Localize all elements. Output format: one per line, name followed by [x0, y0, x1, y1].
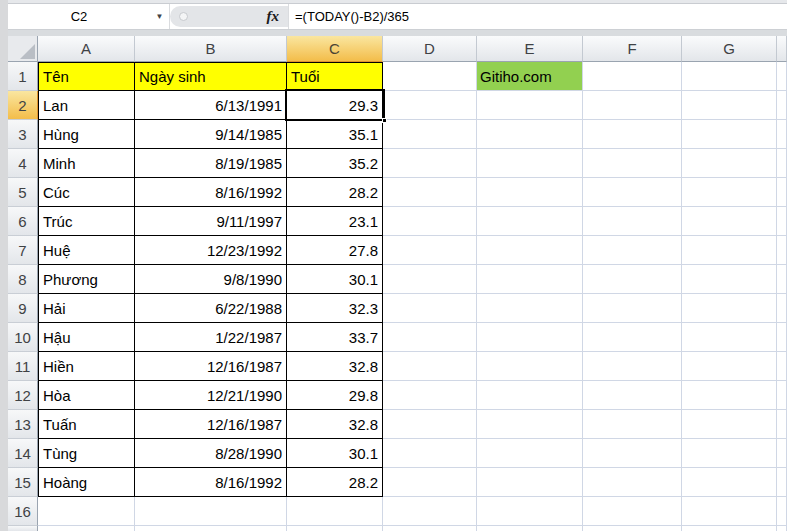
cell-empty[interactable] — [682, 62, 777, 91]
cell-empty[interactable] — [477, 120, 583, 149]
name-box[interactable]: C2 — [8, 4, 150, 29]
cell-birthdate[interactable]: 12/16/1987 — [135, 352, 287, 381]
cell-age[interactable]: 30.1 — [287, 265, 383, 294]
cell-age[interactable]: 35.1 — [287, 120, 383, 149]
cell-birthdate[interactable]: 9/8/1990 — [135, 265, 287, 294]
cell-birthdate[interactable]: 6/13/1991 — [135, 91, 287, 120]
cell-empty[interactable] — [383, 352, 477, 381]
header-cell-ngay-sinh[interactable]: Ngày sinh — [135, 62, 287, 91]
cell-empty[interactable] — [682, 294, 777, 323]
column-header-e[interactable]: E — [477, 36, 583, 62]
cell-empty[interactable] — [135, 497, 287, 526]
insert-function-icon[interactable]: fx — [267, 8, 280, 25]
row-header[interactable]: 4 — [8, 149, 38, 178]
cell-name[interactable]: Hùng — [38, 120, 135, 149]
cell-name[interactable]: Hải — [38, 294, 135, 323]
cell-birthdate[interactable]: 8/16/1992 — [135, 178, 287, 207]
cell-empty[interactable] — [583, 62, 682, 91]
cell-empty[interactable] — [583, 439, 682, 468]
cell-empty[interactable] — [583, 120, 682, 149]
name-box-dropdown-icon[interactable]: ▼ — [150, 4, 170, 29]
cell-birthdate[interactable]: 8/19/1985 — [135, 149, 287, 178]
cell-age[interactable]: 23.1 — [287, 207, 383, 236]
cell-empty[interactable] — [682, 323, 777, 352]
cell-empty[interactable] — [682, 352, 777, 381]
cell-empty[interactable] — [477, 207, 583, 236]
cell-empty[interactable] — [477, 468, 583, 497]
cell-empty[interactable] — [38, 497, 135, 526]
cell-empty[interactable] — [682, 381, 777, 410]
cell-empty[interactable] — [583, 381, 682, 410]
row-header[interactable]: 6 — [8, 207, 38, 236]
cell-empty[interactable] — [477, 265, 583, 294]
cell-empty[interactable] — [682, 410, 777, 439]
cell-empty[interactable] — [583, 410, 682, 439]
cell-empty[interactable] — [583, 352, 682, 381]
cell-birthdate[interactable]: 9/11/1997 — [135, 207, 287, 236]
row-header[interactable]: 10 — [8, 323, 38, 352]
row-header[interactable]: 7 — [8, 236, 38, 265]
column-header-b[interactable]: B — [135, 36, 287, 62]
column-header-d[interactable]: D — [383, 36, 477, 62]
cell-empty[interactable] — [682, 120, 777, 149]
cell-empty[interactable] — [477, 410, 583, 439]
cell-empty[interactable] — [383, 468, 477, 497]
formula-bar-gripper-icon[interactable] — [179, 12, 188, 21]
cell-name[interactable]: Lan — [38, 91, 135, 120]
cell-empty[interactable] — [477, 439, 583, 468]
cell-empty[interactable] — [383, 236, 477, 265]
cell-empty[interactable] — [477, 381, 583, 410]
column-header-c[interactable]: C — [287, 36, 383, 62]
cell-empty[interactable] — [383, 91, 477, 120]
row-header[interactable]: 16 — [8, 497, 38, 526]
cell-age[interactable]: 29.3 — [287, 91, 383, 120]
brand-cell[interactable]: Gitiho.com — [477, 62, 583, 91]
cell-age[interactable]: 32.3 — [287, 294, 383, 323]
header-cell-tuoi[interactable]: Tuổi — [287, 62, 383, 91]
cell-empty[interactable] — [477, 149, 583, 178]
cell-empty[interactable] — [383, 207, 477, 236]
cell-name[interactable]: Huệ — [38, 236, 135, 265]
column-header-a[interactable]: A — [38, 36, 135, 62]
cell-birthdate[interactable]: 12/16/1987 — [135, 410, 287, 439]
cell-empty[interactable] — [583, 236, 682, 265]
row-header[interactable]: 1 — [8, 62, 38, 91]
cell-empty[interactable] — [383, 497, 477, 526]
cell-empty[interactable] — [383, 149, 477, 178]
cell-birthdate[interactable]: 9/14/1985 — [135, 120, 287, 149]
row-header[interactable]: 15 — [8, 468, 38, 497]
cell-empty[interactable] — [383, 294, 477, 323]
row-header[interactable]: 9 — [8, 294, 38, 323]
cell-age[interactable]: 28.2 — [287, 468, 383, 497]
row-header[interactable]: 11 — [8, 352, 38, 381]
formula-input[interactable]: =(TODAY()-B2)/365 — [288, 4, 787, 29]
cell-age[interactable]: 32.8 — [287, 410, 383, 439]
cell-empty[interactable] — [583, 497, 682, 526]
cell-age[interactable]: 30.1 — [287, 439, 383, 468]
cell-empty[interactable] — [383, 323, 477, 352]
cell-empty[interactable] — [287, 497, 383, 526]
cell-empty[interactable] — [682, 91, 777, 120]
cell-name[interactable]: Hiền — [38, 352, 135, 381]
cell-empty[interactable] — [682, 207, 777, 236]
cell-name[interactable]: Hậu — [38, 323, 135, 352]
cell-age[interactable]: 29.8 — [287, 381, 383, 410]
cell-empty[interactable] — [477, 91, 583, 120]
cell-age[interactable]: 27.8 — [287, 236, 383, 265]
cell-name[interactable]: Tuấn — [38, 410, 135, 439]
cell-empty[interactable] — [383, 120, 477, 149]
cell-empty[interactable] — [477, 178, 583, 207]
select-all-corner[interactable] — [8, 36, 38, 62]
cell-empty[interactable] — [477, 323, 583, 352]
cell-birthdate[interactable]: 6/22/1988 — [135, 294, 287, 323]
cell-age[interactable]: 32.8 — [287, 352, 383, 381]
cell-empty[interactable] — [682, 265, 777, 294]
row-header[interactable]: 14 — [8, 439, 38, 468]
cell-birthdate[interactable]: 1/22/1987 — [135, 323, 287, 352]
cell-name[interactable]: Cúc — [38, 178, 135, 207]
cell-birthdate[interactable]: 12/23/1992 — [135, 236, 287, 265]
row-header[interactable]: 3 — [8, 120, 38, 149]
header-cell-ten[interactable]: Tên — [38, 62, 135, 91]
cell-empty[interactable] — [383, 410, 477, 439]
fill-handle[interactable] — [382, 118, 387, 123]
